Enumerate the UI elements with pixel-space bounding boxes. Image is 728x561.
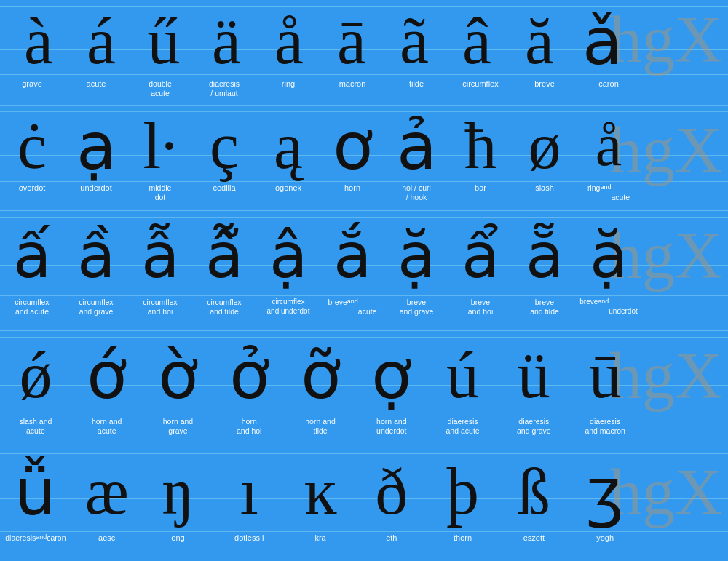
glyph-char: ø — [529, 108, 561, 183]
glyph-cell: ã — [383, 4, 446, 79]
label-cedilla: cedilla — [192, 182, 256, 210]
glyph-char: ạ — [76, 108, 116, 184]
label-diaeresis-caron: diaeresisand caron — [0, 532, 71, 560]
label-breve-underdot: breve andunderdot — [577, 296, 641, 330]
glyph-char: ã — [400, 4, 429, 79]
label-dotless-i: dotless i — [213, 532, 285, 560]
glyph-char: ẫ — [141, 219, 180, 293]
label-bar: bar — [448, 182, 513, 210]
label-circumflex-acute: circumflexand acute — [0, 296, 64, 330]
glyph-char: ǎ — [582, 3, 622, 79]
glyph-char: ờ — [158, 337, 198, 413]
glyph-cell: ẫ̃ — [192, 219, 256, 293]
glyph-cell: ß — [498, 454, 569, 529]
glyph-cell: ạ — [64, 108, 128, 184]
glyph-cell: ở — [213, 337, 285, 413]
label-aesc: aesc — [71, 532, 143, 560]
label-eszett: eszett — [498, 532, 569, 560]
glyph-cell: ờ — [143, 337, 214, 413]
label-circumflex-tilde: circumflexand tilde — [192, 296, 256, 330]
glyph-cell: å — [577, 111, 641, 180]
glyph-char: ắ — [333, 219, 372, 293]
label-circumflex-grave: circumflexand grave — [64, 296, 128, 330]
glyph-char: æ — [85, 454, 129, 529]
glyph-cell: ấ — [0, 219, 64, 293]
label-horn-acute: horn andacute — [71, 415, 143, 446]
glyph-char: ỡ — [301, 337, 341, 413]
glyph-char: à — [24, 4, 53, 79]
glyph-cell: å — [258, 4, 320, 79]
glyph-char: á — [87, 4, 116, 79]
label-horn-grave: horn andgrave — [143, 415, 214, 446]
glyph-char: ʒ — [586, 453, 624, 530]
glyph-cell: ʒ — [569, 453, 641, 530]
glyph-char: ü — [518, 338, 550, 413]
glyph-char: ŋ — [162, 454, 194, 529]
glyph-char: ð — [375, 454, 408, 529]
label-overdot: overdot — [0, 182, 64, 210]
glyph-char: ı — [240, 454, 258, 529]
glyph-char: ǿ — [19, 338, 52, 413]
glyph-char: ā — [337, 4, 366, 79]
label-slash: slash — [513, 182, 577, 210]
glyph-char: ấ — [13, 219, 52, 293]
glyph-char: ớ — [87, 337, 127, 413]
glyph-char: ħ — [464, 108, 497, 183]
label-eth: eth — [356, 532, 427, 560]
glyph-char: å — [274, 4, 304, 79]
glyph-cell: ậ — [256, 219, 320, 293]
label-underdot: underdot — [64, 182, 128, 210]
glyph-char: â — [462, 4, 491, 79]
glyph-char: ç — [210, 108, 239, 183]
glyph-char: ầ — [77, 219, 116, 293]
glyph-cell: ợ — [356, 337, 427, 413]
label-horn-hoi: hornand hoi — [213, 415, 285, 446]
glyph-cell: ċ — [0, 108, 64, 183]
glyph-char: ẩ — [462, 219, 500, 293]
label-circumflex-underdot: circumflexand underdot — [256, 296, 320, 330]
label-horn: horn — [320, 182, 384, 210]
glyph-cell: ū — [569, 338, 641, 413]
glyph-cell: ẩ — [448, 219, 513, 293]
glyph-cell: ỡ — [285, 337, 356, 413]
glyph-cell: ā — [320, 4, 383, 79]
label-breve-grave: breveand grave — [384, 296, 448, 330]
glyph-cell: ắ — [320, 219, 384, 293]
row-2: hgX ċ ạ l· ç ą ơ ả ħ ø å overdot underdo… — [0, 106, 728, 211]
label-kra: kra — [285, 532, 356, 560]
label-diaeresis-acute: diaeresisand acute — [427, 415, 499, 446]
glyph-cell: à — [7, 4, 70, 79]
glyph-cell: ü — [498, 338, 569, 413]
glyph-cell: ớ — [71, 337, 143, 413]
glyph-cell: ą — [256, 108, 320, 183]
glyph-char: ặ — [590, 219, 628, 293]
glyph-cell: â — [446, 4, 508, 79]
glyph-char: ở — [229, 337, 269, 413]
glyph-char: ū — [589, 338, 622, 413]
label-diaeresis: diaeresis/ umlaut — [192, 78, 256, 104]
glyph-cell: ø — [513, 108, 577, 183]
glyph-char: ǚ — [15, 453, 56, 530]
glyph-cell: ǎ — [571, 3, 633, 79]
glyph-char: ú — [446, 338, 479, 413]
label-circumflex-hoi: circumflexand hoi — [128, 296, 192, 330]
glyph-char: ű — [148, 4, 181, 79]
label-hoi-curl-hook: hoi / curl/ hook — [384, 182, 448, 210]
glyph-cell: ǚ — [0, 453, 71, 530]
row-3: hgX ấ ầ ẫ ẫ̃ ậ ắ ặ ẩ ẵ ặ circumflexand … — [0, 211, 728, 331]
label-tilde: tilde — [384, 78, 448, 104]
glyph-cell: ç — [192, 108, 256, 183]
glyph-cell: ặ — [577, 219, 641, 293]
glyph-char: ẫ̃ — [205, 219, 244, 293]
label-double-acute: doubleacute — [128, 78, 192, 104]
label-breve-acute: breve andacute — [320, 296, 384, 330]
glyph-char: ĸ — [304, 454, 337, 529]
label-yogh: yogh — [569, 532, 641, 560]
glyph-cell: ð — [356, 454, 427, 529]
row-1: hgX à á ű ä å ā ã â ă ǎ grave acute doub… — [0, 0, 728, 106]
glyph-char: ậ — [269, 219, 308, 293]
label-circumflex: circumflex — [448, 78, 513, 104]
glyph-char: ẵ — [526, 219, 564, 293]
glyph-cell: ă — [508, 4, 571, 79]
glyph-cell: ű — [132, 4, 195, 79]
